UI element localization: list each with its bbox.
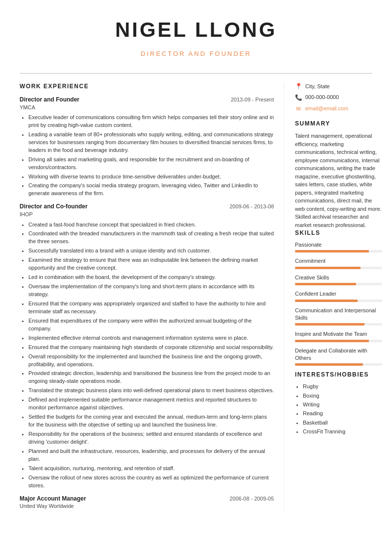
job-3: Major Account Manager 2006-08 - 2009-05 … — [20, 495, 274, 510]
bullet-item: Responsibility for the operations of the… — [28, 430, 274, 446]
bullet-item: Working with diverse teams to produce ti… — [28, 173, 274, 181]
bullet-item: Examined the strategy to ensure that the… — [28, 256, 274, 272]
candidate-name: NIGEL LLONG — [20, 16, 372, 45]
location-text: City, State — [305, 83, 330, 90]
skill-7-bar-fill — [295, 363, 363, 366]
bullet-item: Coordinated with the breaded manufacture… — [28, 230, 274, 246]
job-1-dates: 2013-09 - Present — [231, 96, 274, 103]
bullet-item: Implemented effective internal controls … — [28, 334, 274, 342]
hobby-3: Writing — [303, 401, 382, 408]
bullet-item: Talent acquisition, nurturing, mentoring… — [28, 465, 274, 473]
bullet-item: Overall responsibility for the implement… — [28, 353, 274, 369]
skill-3-bar-bg — [295, 283, 382, 285]
candidate-title: DIRECTOR AND FOUNDER — [20, 50, 372, 58]
skill-4-bar-bg — [295, 300, 382, 302]
skill-7: Delegate and Collaborate with Others — [295, 347, 382, 366]
work-experience-title: WORK EXPERIENCE — [20, 82, 274, 91]
bullet-item: Created a fast-food franchise concept th… — [28, 221, 274, 229]
main-content: WORK EXPERIENCE Director and Founder 201… — [0, 74, 392, 513]
job-2-dates: 2009-06 - 2013-08 — [229, 203, 274, 210]
right-column: 📍 City, State 📞 000-000-0000 ✉ email@ema… — [284, 82, 392, 513]
skill-3-label: Creative Skills — [295, 274, 382, 281]
skill-7-bar-bg — [295, 363, 382, 366]
job-2-header: Director and Co-founder 2009-06 - 2013-0… — [20, 202, 274, 211]
job-3-company: United Way Worldwide — [20, 503, 274, 510]
job-1: Director and Founder 2013-09 - Present Y… — [20, 96, 274, 198]
email-text: email@email.com — [305, 105, 348, 112]
bullet-item: Driving all sales and marketing goals, a… — [28, 156, 274, 172]
job-1-bullets: Executive leader of communications consu… — [20, 114, 274, 198]
interests-title: INTERESTS/HOBBIES — [295, 371, 382, 379]
skill-6-bar-bg — [295, 340, 382, 342]
bullet-item: Ensured that the company was appropriate… — [28, 300, 274, 316]
contact-location: 📍 City, State — [295, 82, 382, 91]
skill-6-bar-fill — [295, 340, 369, 342]
bullet-item: Creating the company's social media stra… — [28, 182, 274, 198]
job-2: Director and Co-founder 2009-06 - 2013-0… — [20, 202, 274, 489]
resume-page: NIGEL LLONG DIRECTOR AND FOUNDER WORK EX… — [0, 0, 392, 553]
skill-2-bar-fill — [295, 267, 361, 269]
job-1-company: YMCA — [20, 104, 274, 111]
skill-1-label: Passionate — [295, 241, 382, 249]
bullet-item: Ensured that expenditures of the company… — [28, 317, 274, 333]
hobby-5: Basketball — [303, 419, 382, 427]
hobby-1: Rugby — [303, 383, 382, 390]
bullet-item: Leading a variable team of 80+ professio… — [28, 131, 274, 154]
skill-3-bar-fill — [295, 283, 356, 285]
summary-text: Talent management, operational efficienc… — [295, 132, 382, 229]
skill-2-label: Commitment — [295, 257, 382, 265]
bullet-item: Ensured that the company maintaining hig… — [28, 344, 274, 352]
job-2-bullets: Created a fast-food franchise concept th… — [20, 221, 274, 490]
skills-section: SKILLS Passionate Commitment Creative Sk… — [295, 229, 382, 366]
contact-phone: 📞 000-000-0000 — [295, 94, 382, 102]
header: NIGEL LLONG DIRECTOR AND FOUNDER — [0, 0, 392, 67]
hobby-2: Boxing — [303, 392, 382, 400]
contact-section: 📍 City, State 📞 000-000-0000 ✉ email@ema… — [295, 82, 382, 113]
bullet-item: Successfully translated into a brand wit… — [28, 247, 274, 255]
interests-section: INTERESTS/HOBBIES Rugby Boxing Writing R… — [295, 371, 382, 435]
skill-6: Inspire and Motivate the Team — [295, 330, 382, 342]
bullet-item: Led in combination with the board, the d… — [28, 274, 274, 281]
skills-title: SKILLS — [295, 229, 382, 237]
summary-section: SUMMARY Talent management, operational e… — [295, 120, 382, 229]
skill-4-bar-fill — [295, 300, 358, 302]
bullet-item: Oversaw the implementation of the compan… — [28, 283, 274, 299]
hobbies-list: Rugby Boxing Writing Reading Basketball … — [295, 383, 382, 435]
skill-4: Confident Leader — [295, 290, 382, 302]
skill-5-bar-fill — [295, 323, 365, 326]
skill-3: Creative Skills — [295, 274, 382, 285]
job-1-header: Director and Founder 2013-09 - Present — [20, 96, 274, 104]
job-3-dates: 2006-08 - 2009-05 — [229, 495, 274, 503]
skill-1-bar-fill — [295, 250, 369, 252]
skill-2: Commitment — [295, 257, 382, 269]
hobby-4: Reading — [303, 410, 382, 417]
phone-icon: 📞 — [295, 94, 302, 102]
bullet-item: Oversaw the rollout of new stores across… — [28, 474, 274, 490]
job-2-title: Director and Co-founder — [20, 202, 88, 211]
bullet-item: Provided strategic direction, leadership… — [28, 370, 274, 385]
skill-1: Passionate — [295, 241, 382, 252]
location-icon: 📍 — [295, 82, 302, 91]
bullet-item: Executive leader of communications consu… — [28, 114, 274, 129]
skill-5-bar-bg — [295, 323, 382, 326]
bullet-item: Defined and implemented suitable perform… — [28, 396, 274, 412]
summary-title: SUMMARY — [295, 120, 382, 128]
skill-5: Communication and Interpersonal Skills — [295, 307, 382, 326]
skill-7-label: Delegate and Collaborate with Others — [295, 347, 382, 362]
skill-2-bar-bg — [295, 267, 382, 269]
phone-text: 000-000-0000 — [305, 94, 339, 101]
skill-6-label: Inspire and Motivate the Team — [295, 330, 382, 338]
bullet-item: Settled the budgets for the coming year … — [28, 413, 274, 429]
skill-5-label: Communication and Interpersonal Skills — [295, 307, 382, 322]
job-1-title: Director and Founder — [20, 96, 79, 104]
contact-email: ✉ email@email.com — [295, 105, 382, 113]
hobby-6: CrossFit Tranning — [303, 428, 382, 435]
left-column: WORK EXPERIENCE Director and Founder 201… — [0, 82, 284, 513]
job-3-title: Major Account Manager — [20, 495, 86, 503]
bullet-item: Planned and built the infrastructure, re… — [28, 448, 274, 463]
skill-1-bar-bg — [295, 250, 382, 252]
job-3-header: Major Account Manager 2006-08 - 2009-05 — [20, 495, 274, 503]
job-2-company: IHOP — [20, 211, 274, 218]
email-icon: ✉ — [295, 105, 302, 113]
skill-4-label: Confident Leader — [295, 290, 382, 298]
